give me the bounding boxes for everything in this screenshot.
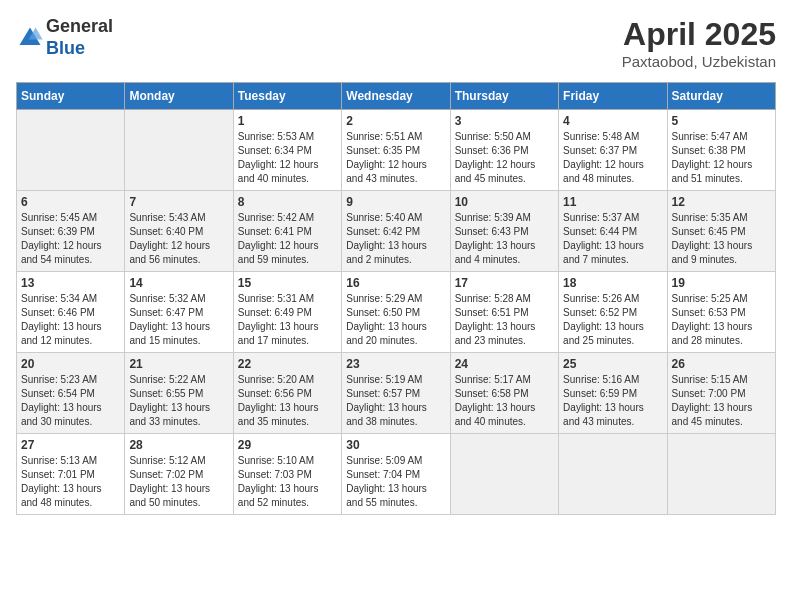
daylight: Daylight: 12 hours and 56 minutes. <box>129 240 210 265</box>
cell-content: Sunrise: 5:22 AM Sunset: 6:55 PM Dayligh… <box>129 373 228 429</box>
sunrise: Sunrise: 5:20 AM <box>238 374 314 385</box>
calendar-cell: 6 Sunrise: 5:45 AM Sunset: 6:39 PM Dayli… <box>17 191 125 272</box>
calendar-cell: 29 Sunrise: 5:10 AM Sunset: 7:03 PM Dayl… <box>233 434 341 515</box>
cell-content: Sunrise: 5:37 AM Sunset: 6:44 PM Dayligh… <box>563 211 662 267</box>
calendar-cell: 13 Sunrise: 5:34 AM Sunset: 6:46 PM Dayl… <box>17 272 125 353</box>
header-row: SundayMondayTuesdayWednesdayThursdayFrid… <box>17 83 776 110</box>
day-number: 7 <box>129 195 228 209</box>
sunset: Sunset: 6:49 PM <box>238 307 312 318</box>
day-number: 22 <box>238 357 337 371</box>
sunset: Sunset: 6:40 PM <box>129 226 203 237</box>
cell-content: Sunrise: 5:42 AM Sunset: 6:41 PM Dayligh… <box>238 211 337 267</box>
cell-content: Sunrise: 5:31 AM Sunset: 6:49 PM Dayligh… <box>238 292 337 348</box>
calendar-cell: 24 Sunrise: 5:17 AM Sunset: 6:58 PM Dayl… <box>450 353 558 434</box>
daylight: Daylight: 13 hours and 12 minutes. <box>21 321 102 346</box>
calendar-cell: 7 Sunrise: 5:43 AM Sunset: 6:40 PM Dayli… <box>125 191 233 272</box>
cell-content: Sunrise: 5:32 AM Sunset: 6:47 PM Dayligh… <box>129 292 228 348</box>
daylight: Daylight: 13 hours and 35 minutes. <box>238 402 319 427</box>
daylight: Daylight: 13 hours and 9 minutes. <box>672 240 753 265</box>
header-day: Saturday <box>667 83 775 110</box>
cell-content: Sunrise: 5:40 AM Sunset: 6:42 PM Dayligh… <box>346 211 445 267</box>
day-number: 8 <box>238 195 337 209</box>
sunrise: Sunrise: 5:45 AM <box>21 212 97 223</box>
daylight: Daylight: 13 hours and 33 minutes. <box>129 402 210 427</box>
cell-content: Sunrise: 5:48 AM Sunset: 6:37 PM Dayligh… <box>563 130 662 186</box>
sunrise: Sunrise: 5:26 AM <box>563 293 639 304</box>
day-number: 14 <box>129 276 228 290</box>
calendar-week-row: 20 Sunrise: 5:23 AM Sunset: 6:54 PM Dayl… <box>17 353 776 434</box>
cell-content: Sunrise: 5:43 AM Sunset: 6:40 PM Dayligh… <box>129 211 228 267</box>
header-day: Sunday <box>17 83 125 110</box>
calendar-cell <box>125 110 233 191</box>
sunrise: Sunrise: 5:42 AM <box>238 212 314 223</box>
sunset: Sunset: 6:45 PM <box>672 226 746 237</box>
calendar-cell: 4 Sunrise: 5:48 AM Sunset: 6:37 PM Dayli… <box>559 110 667 191</box>
calendar-cell: 12 Sunrise: 5:35 AM Sunset: 6:45 PM Dayl… <box>667 191 775 272</box>
calendar-table: SundayMondayTuesdayWednesdayThursdayFrid… <box>16 82 776 515</box>
sunrise: Sunrise: 5:09 AM <box>346 455 422 466</box>
sunrise: Sunrise: 5:39 AM <box>455 212 531 223</box>
sunset: Sunset: 6:42 PM <box>346 226 420 237</box>
cell-content: Sunrise: 5:15 AM Sunset: 7:00 PM Dayligh… <box>672 373 771 429</box>
logo-general: General <box>46 16 113 36</box>
daylight: Daylight: 12 hours and 45 minutes. <box>455 159 536 184</box>
sunset: Sunset: 6:37 PM <box>563 145 637 156</box>
daylight: Daylight: 13 hours and 15 minutes. <box>129 321 210 346</box>
calendar-cell: 26 Sunrise: 5:15 AM Sunset: 7:00 PM Dayl… <box>667 353 775 434</box>
day-number: 29 <box>238 438 337 452</box>
daylight: Daylight: 12 hours and 40 minutes. <box>238 159 319 184</box>
day-number: 21 <box>129 357 228 371</box>
cell-content: Sunrise: 5:45 AM Sunset: 6:39 PM Dayligh… <box>21 211 120 267</box>
calendar-cell: 9 Sunrise: 5:40 AM Sunset: 6:42 PM Dayli… <box>342 191 450 272</box>
day-number: 2 <box>346 114 445 128</box>
sunrise: Sunrise: 5:19 AM <box>346 374 422 385</box>
day-number: 30 <box>346 438 445 452</box>
sunset: Sunset: 6:51 PM <box>455 307 529 318</box>
sunset: Sunset: 6:52 PM <box>563 307 637 318</box>
sunrise: Sunrise: 5:47 AM <box>672 131 748 142</box>
calendar-cell <box>559 434 667 515</box>
sunrise: Sunrise: 5:32 AM <box>129 293 205 304</box>
sunset: Sunset: 7:00 PM <box>672 388 746 399</box>
calendar-week-row: 27 Sunrise: 5:13 AM Sunset: 7:01 PM Dayl… <box>17 434 776 515</box>
sunset: Sunset: 6:41 PM <box>238 226 312 237</box>
sunset: Sunset: 7:02 PM <box>129 469 203 480</box>
day-number: 3 <box>455 114 554 128</box>
day-number: 17 <box>455 276 554 290</box>
cell-content: Sunrise: 5:50 AM Sunset: 6:36 PM Dayligh… <box>455 130 554 186</box>
daylight: Daylight: 13 hours and 17 minutes. <box>238 321 319 346</box>
daylight: Daylight: 13 hours and 48 minutes. <box>21 483 102 508</box>
sunrise: Sunrise: 5:25 AM <box>672 293 748 304</box>
sunset: Sunset: 7:04 PM <box>346 469 420 480</box>
daylight: Daylight: 13 hours and 23 minutes. <box>455 321 536 346</box>
calendar-week-row: 1 Sunrise: 5:53 AM Sunset: 6:34 PM Dayli… <box>17 110 776 191</box>
header-day: Thursday <box>450 83 558 110</box>
logo-blue: Blue <box>46 38 85 58</box>
cell-content: Sunrise: 5:12 AM Sunset: 7:02 PM Dayligh… <box>129 454 228 510</box>
daylight: Daylight: 12 hours and 51 minutes. <box>672 159 753 184</box>
sunrise: Sunrise: 5:10 AM <box>238 455 314 466</box>
cell-content: Sunrise: 5:28 AM Sunset: 6:51 PM Dayligh… <box>455 292 554 348</box>
calendar-cell: 8 Sunrise: 5:42 AM Sunset: 6:41 PM Dayli… <box>233 191 341 272</box>
sunset: Sunset: 6:50 PM <box>346 307 420 318</box>
day-number: 6 <box>21 195 120 209</box>
cell-content: Sunrise: 5:26 AM Sunset: 6:52 PM Dayligh… <box>563 292 662 348</box>
daylight: Daylight: 13 hours and 7 minutes. <box>563 240 644 265</box>
logo-icon <box>16 24 44 52</box>
daylight: Daylight: 13 hours and 40 minutes. <box>455 402 536 427</box>
calendar-cell: 23 Sunrise: 5:19 AM Sunset: 6:57 PM Dayl… <box>342 353 450 434</box>
sunrise: Sunrise: 5:48 AM <box>563 131 639 142</box>
daylight: Daylight: 12 hours and 48 minutes. <box>563 159 644 184</box>
sunset: Sunset: 6:55 PM <box>129 388 203 399</box>
header-day: Friday <box>559 83 667 110</box>
sunset: Sunset: 6:58 PM <box>455 388 529 399</box>
calendar-cell <box>450 434 558 515</box>
sunrise: Sunrise: 5:13 AM <box>21 455 97 466</box>
sunset: Sunset: 6:47 PM <box>129 307 203 318</box>
cell-content: Sunrise: 5:16 AM Sunset: 6:59 PM Dayligh… <box>563 373 662 429</box>
calendar-cell: 27 Sunrise: 5:13 AM Sunset: 7:01 PM Dayl… <box>17 434 125 515</box>
daylight: Daylight: 12 hours and 59 minutes. <box>238 240 319 265</box>
cell-content: Sunrise: 5:10 AM Sunset: 7:03 PM Dayligh… <box>238 454 337 510</box>
calendar-cell: 16 Sunrise: 5:29 AM Sunset: 6:50 PM Dayl… <box>342 272 450 353</box>
sunset: Sunset: 6:59 PM <box>563 388 637 399</box>
